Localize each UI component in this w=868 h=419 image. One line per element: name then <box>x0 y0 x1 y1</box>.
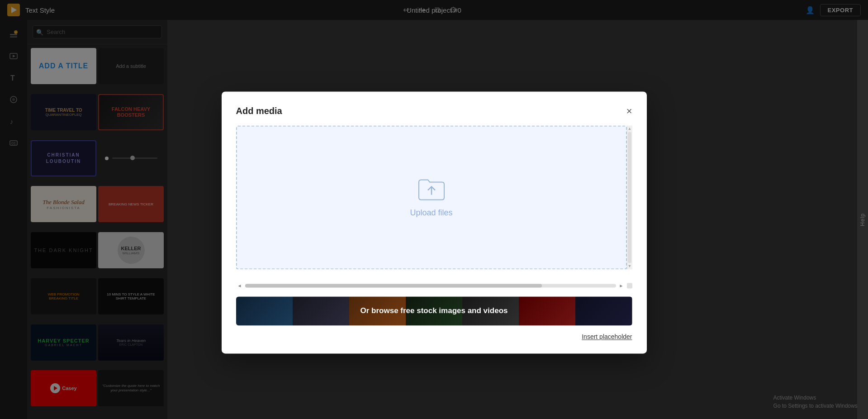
upload-container: Upload files ▲ ▼ <box>236 125 632 275</box>
browse-text: Or browse free stock images and videos <box>360 306 508 315</box>
modal-footer: Insert placeholder <box>236 333 632 341</box>
upload-label: Upload files <box>410 208 452 218</box>
modal-close-button[interactable]: × <box>626 106 632 116</box>
browse-stock-banner[interactable]: Or browse free stock images and videos <box>236 296 632 325</box>
scroll-thumb <box>245 284 542 287</box>
scroll-right-arrow[interactable]: ► <box>618 282 625 289</box>
vertical-scrollbar[interactable]: ▲ ▼ <box>627 125 632 269</box>
upload-folder-icon <box>417 177 446 203</box>
upload-drop-zone[interactable]: Upload files <box>236 125 627 269</box>
upload-scroll-view: Upload files <box>236 125 627 269</box>
horizontal-scrollbar[interactable]: ◄ ► <box>236 282 632 289</box>
scroll-left-arrow[interactable]: ◄ <box>236 282 243 289</box>
insert-placeholder-button[interactable]: Insert placeholder <box>582 333 632 340</box>
add-media-modal: Add media × Upload files ▲ ▼ <box>222 91 647 353</box>
scroll-corner <box>627 283 632 288</box>
banner-overlay: Or browse free stock images and videos <box>236 296 632 325</box>
modal-header: Add media × <box>236 106 632 116</box>
modal-title: Add media <box>236 106 282 116</box>
scroll-track[interactable] <box>245 284 616 287</box>
